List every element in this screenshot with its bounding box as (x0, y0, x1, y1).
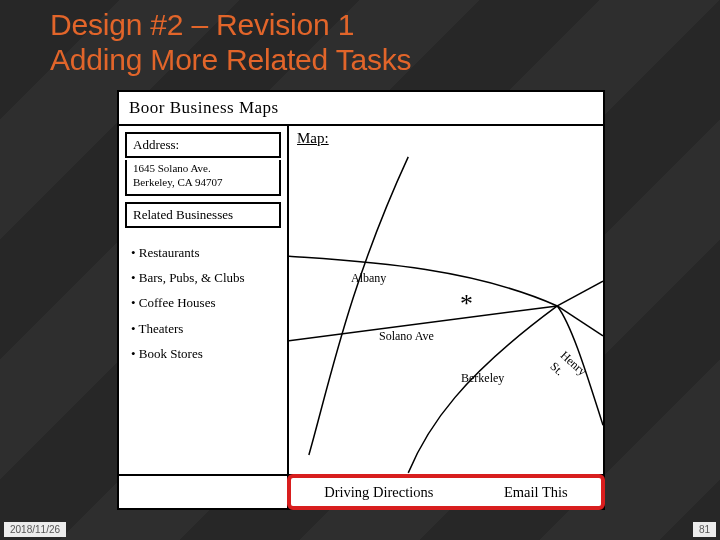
sketch-left-column: Address: 1645 Solano Ave. Berkeley, CA 9… (119, 126, 289, 474)
sketch-footer: Driving Directions Email This (119, 474, 603, 508)
related-businesses-list: Restaurants Bars, Pubs, & Clubs Coffee H… (125, 234, 281, 367)
map-label: Map: (297, 130, 329, 147)
title-line-2: Adding More Related Tasks (50, 43, 720, 78)
list-item: Bars, Pubs, & Clubs (131, 265, 279, 290)
wireframe-sketch: Boor Business Maps Address: 1645 Solano … (117, 90, 605, 510)
map-place-albany: Albany (351, 271, 386, 286)
map-roads-svg: * (289, 126, 603, 474)
map-place-solano: Solano Ave (379, 329, 434, 344)
map-place-berkeley: Berkeley (461, 371, 504, 386)
email-this-link[interactable]: Email This (504, 484, 568, 501)
sketch-footer-left-empty (119, 476, 289, 508)
list-item: Book Stores (131, 341, 279, 366)
related-label-box: Related Businesses (125, 202, 281, 228)
slide-page-number: 81 (693, 522, 716, 537)
driving-directions-link[interactable]: Driving Directions (324, 484, 433, 501)
sketch-product-title: Boor Business Maps (119, 92, 603, 126)
title-line-1: Design #2 – Revision 1 (50, 8, 720, 43)
list-item: Restaurants (131, 240, 279, 265)
slide-title: Design #2 – Revision 1 Adding More Relat… (0, 0, 720, 77)
svg-text:*: * (460, 289, 473, 318)
list-item: Coffee Houses (131, 290, 279, 315)
address-label-box: Address: (125, 132, 281, 158)
sketch-body: Address: 1645 Solano Ave. Berkeley, CA 9… (119, 126, 603, 474)
list-item: Theaters (131, 316, 279, 341)
address-value: 1645 Solano Ave. Berkeley, CA 94707 (125, 160, 281, 196)
slide-date: 2018/11/26 (4, 522, 66, 537)
sketch-footer-right: Driving Directions Email This (289, 476, 603, 508)
sketch-map-panel: Map: * Albany Solano Ave Berkeley Henry … (289, 126, 603, 474)
